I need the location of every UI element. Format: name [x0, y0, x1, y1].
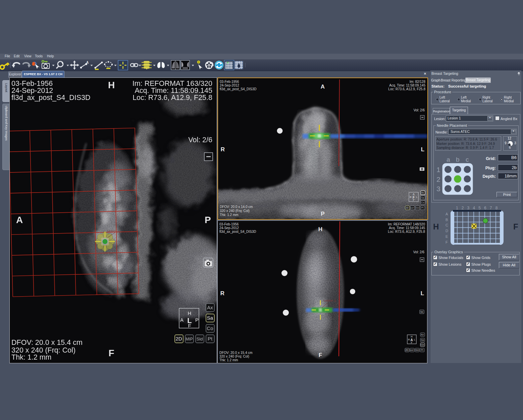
svg-text:Vol: 2/6: Vol: 2/6 [188, 136, 212, 144]
svg-text:DFOV: 20.0 x 14.0 cm: DFOV: 20.0 x 14.0 cm [220, 205, 253, 209]
svg-text:DFOV: 20.0 x 15.4 cm: DFOV: 20.0 x 15.4 cm [11, 338, 83, 347]
svg-text:Vol: 2/6: Vol: 2/6 [414, 108, 425, 112]
svg-text:320 x 240 (Frq: Col): 320 x 240 (Frq: Col) [219, 355, 249, 358]
svg-text:H: H [318, 226, 322, 232]
svg-text:F: F [188, 323, 191, 328]
svg-text:Im: REFORMAT 148/320: Im: REFORMAT 148/320 [388, 222, 425, 226]
svg-text:Pt: Pt [421, 206, 424, 209]
svg-text:2D: 2D [405, 349, 409, 352]
svg-text:F: F [108, 348, 114, 358]
svg-text:Loc: R73.6, A12.9, F25.8: Loc: R73.6, A12.9, F25.8 [388, 87, 425, 91]
svg-text:Thk: 1.2 mm: Thk: 1.2 mm [220, 213, 239, 217]
svg-text:Loc: R73.6, A12.9, F25.8: Loc: R73.6, A12.9, F25.8 [133, 94, 212, 102]
svg-text:Sa: Sa [207, 315, 213, 321]
svg-text:P: P [413, 199, 415, 201]
svg-text:DFOV: 20.0 x 15.4 cm: DFOV: 20.0 x 15.4 cm [219, 351, 253, 355]
svg-text:Thk: 1.2 mm: Thk: 1.2 mm [11, 353, 51, 361]
svg-text:24-Sep-2012: 24-Sep-2012 [219, 226, 239, 230]
svg-text:MIP: MIP [410, 349, 414, 351]
svg-text:ba: ba [420, 311, 423, 313]
svg-text:Lesion 1: Lesion 1 [324, 299, 336, 302]
svg-text:24-Sep-2012: 24-Sep-2012 [220, 84, 239, 87]
svg-text:Pt: Pt [208, 336, 213, 342]
svg-text:A: A [16, 215, 23, 225]
svg-text:Acq. Time: 11:58:09.145: Acq. Time: 11:58:09.145 [389, 84, 425, 87]
svg-text:R: R [408, 338, 410, 341]
svg-text:P: P [195, 317, 199, 323]
svg-text:P: P [205, 215, 211, 225]
svg-text:Ax: Ax [421, 333, 424, 336]
svg-text:Sld: Sld [197, 336, 203, 342]
svg-text:A: A [413, 193, 415, 195]
svg-text:L: L [414, 338, 415, 341]
svg-text:L: L [421, 146, 424, 153]
svg-text:MIP: MIP [411, 207, 414, 209]
svg-text:Sld: Sld [416, 207, 419, 209]
svg-text:fl3d_ax_post_S4_DIS3D: fl3d_ax_post_S4_DIS3D [219, 230, 256, 233]
svg-text:Co: Co [421, 201, 424, 204]
svg-text:Vol: 2/6: Vol: 2/6 [413, 250, 425, 254]
svg-text:Im: 82/128: Im: 82/128 [410, 80, 426, 84]
svg-text:Pt: Pt [421, 349, 423, 352]
svg-text:F: F [319, 352, 322, 358]
svg-text:A: A [180, 317, 184, 323]
svg-text:H: H [108, 80, 115, 90]
svg-text:Co: Co [421, 343, 424, 346]
svg-text:H: H [188, 310, 192, 316]
svg-text:03-Feb-1956: 03-Feb-1956 [219, 222, 239, 226]
svg-text:R: R [220, 290, 224, 297]
svg-text:fl3d_ax_post_S4_DIS3D: fl3d_ax_post_S4_DIS3D [220, 87, 257, 91]
svg-text:Acq. Time: 11:58:09.145: Acq. Time: 11:58:09.145 [389, 226, 425, 230]
svg-text:2D: 2D [175, 336, 182, 342]
svg-text:A: A [86, 61, 89, 64]
svg-text:R: R [410, 196, 411, 198]
svg-text:Co: Co [207, 325, 213, 331]
svg-text:Thk: 1.2 mm: Thk: 1.2 mm [219, 358, 238, 362]
svg-text:F: F [411, 342, 412, 344]
svg-text:Ax: Ax [421, 191, 424, 194]
svg-text:Sa: Sa [421, 196, 424, 199]
svg-text:P: P [321, 211, 324, 217]
svg-text:Sld: Sld [415, 349, 419, 351]
svg-text:03-Feb-1956: 03-Feb-1956 [220, 80, 239, 84]
svg-text:Loc: R73.6, A12.9, F25.8: Loc: R73.6, A12.9, F25.8 [388, 230, 425, 233]
svg-text:R: R [221, 146, 225, 153]
svg-text:Ax: Ax [207, 305, 213, 310]
svg-text:320 x 240 (Frq: Col): 320 x 240 (Frq: Col) [220, 209, 250, 213]
svg-text:Lesion 1: Lesion 1 [107, 229, 119, 232]
svg-text:MIP: MIP [186, 337, 193, 342]
svg-text:A: A [321, 84, 325, 90]
svg-text:L: L [416, 196, 417, 198]
svg-text:H: H [411, 335, 412, 338]
svg-text:L: L [421, 290, 424, 297]
svg-text:Sa: Sa [421, 338, 424, 342]
svg-text:fl3d_ax_post_S4_DIS3D: fl3d_ax_post_S4_DIS3D [11, 94, 90, 102]
svg-text:2D: 2D [406, 206, 409, 209]
